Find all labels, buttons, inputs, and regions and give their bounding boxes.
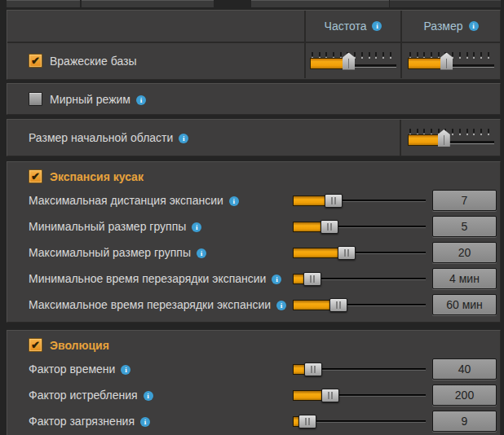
setting-slider[interactable] — [293, 193, 426, 208]
peaceful-mode-label: Мирный режимi — [50, 93, 146, 106]
check-icon: ✔ — [29, 55, 42, 67]
setting-slider[interactable] — [293, 388, 426, 402]
table-header-row: Частота i Размер i — [7, 11, 500, 43]
setting-row-max-cooldown: Максимальное время перезарядки экспансии… — [7, 292, 500, 318]
size-column-label: Размер — [423, 20, 462, 33]
value-field[interactable]: 60 мин — [432, 294, 497, 315]
setting-label: Фактор истребленияi — [29, 389, 293, 402]
setting-slider[interactable] — [293, 271, 426, 286]
setting-slider[interactable] — [293, 297, 426, 312]
enemy-size-slider[interactable] — [408, 51, 494, 71]
evolution-section-title: Эволюция — [50, 339, 109, 352]
starting-area-slider-cell — [400, 120, 500, 156]
check-icon: ✔ — [29, 339, 42, 351]
setting-label: Фактор загрязненияi — [29, 415, 293, 428]
setting-row-min-group-size: Минимальный размер группыi 5 — [7, 213, 500, 239]
slider-handle[interactable] — [325, 194, 343, 208]
info-icon[interactable]: i — [276, 301, 286, 310]
check-icon: ✔ — [29, 170, 42, 182]
setting-row-time-factor: Фактор времениi 40 — [7, 356, 500, 382]
expansion-section-header: ✔ Экспансия кусак — [7, 162, 500, 187]
size-column-header: Размер i — [400, 11, 500, 42]
value-field[interactable]: 5 — [432, 216, 497, 237]
setting-row-max-group-size: Максимальный размер группыi 20 — [7, 239, 500, 266]
slider-handle[interactable] — [304, 362, 322, 376]
info-icon[interactable]: i — [179, 134, 188, 143]
slider-handle[interactable] — [321, 389, 339, 402]
peaceful-mode-checkbox[interactable]: ✔ — [29, 92, 42, 106]
value-field[interactable]: 200 — [432, 384, 497, 406]
slider-handle[interactable] — [329, 298, 347, 312]
enemy-bases-row: ✔ Вражеские базы — [7, 43, 500, 78]
setting-label: Максимальное время перезарядки экспансии… — [29, 298, 293, 311]
setting-row-max-expansion-distance: Максимальная дистанция экспансииi 7 — [7, 187, 500, 213]
setting-row-pollution-factor: Фактор загрязненияi 9 — [7, 408, 500, 434]
starting-area-panel: Размер начальной областиi — [7, 119, 501, 156]
frequency-column-label: Частота — [325, 20, 367, 33]
setting-slider[interactable] — [293, 245, 426, 260]
tab-strip — [0, 0, 504, 8]
info-icon[interactable]: i — [197, 248, 206, 258]
slider-handle[interactable] — [303, 272, 321, 286]
info-icon[interactable]: i — [136, 95, 146, 105]
info-icon[interactable]: i — [140, 417, 150, 427]
enemy-bases-cell: ✔ Вражеские базы — [7, 43, 304, 78]
tab-stub[interactable] — [390, 0, 501, 7]
enemy-bases-checkbox[interactable]: ✔ — [29, 54, 42, 68]
setting-label: Максимальный размер группыi — [29, 246, 293, 259]
starting-area-label: Размер начальной областиi — [29, 131, 188, 144]
setting-label: Максимальная дистанция экспансииi — [29, 194, 293, 207]
enemy-frequency-cell — [304, 43, 400, 78]
empty-header-cell — [7, 11, 304, 42]
info-icon[interactable]: i — [144, 391, 153, 401]
setting-row-destroy-factor: Фактор истребленияi 200 — [7, 382, 500, 408]
peaceful-mode-panel: ✔ Мирный режимi — [7, 83, 501, 115]
slider-ticks — [409, 129, 493, 133]
value-field[interactable]: 20 — [432, 242, 497, 263]
evolution-checkbox[interactable]: ✔ — [29, 338, 42, 352]
tab-stub[interactable] — [251, 0, 389, 7]
info-icon[interactable]: i — [229, 196, 239, 206]
value-field[interactable]: 7 — [432, 190, 497, 211]
value-field[interactable]: 4 мин — [432, 268, 497, 289]
value-field[interactable]: 9 — [432, 411, 497, 432]
setting-slider[interactable] — [293, 219, 426, 234]
info-icon[interactable]: i — [469, 21, 479, 31]
enemy-size-cell — [400, 43, 500, 78]
slider-ticks — [409, 52, 493, 56]
starting-area-slider[interactable] — [408, 128, 494, 147]
setting-label: Минимальный размер группыi — [29, 220, 293, 233]
setting-label: Минимальное время перезарядки экспансииi — [29, 272, 293, 285]
map-settings-panel: Частота i Размер i ✔ Вражеские базы — [7, 10, 501, 435]
slider-handle[interactable] — [298, 415, 316, 428]
info-icon[interactable]: i — [121, 365, 130, 375]
expansion-section: ✔ Экспансия кусак Максимальная дистанция… — [7, 161, 501, 323]
slider-handle[interactable] — [338, 246, 356, 260]
slider-ticks — [312, 52, 395, 56]
setting-slider[interactable] — [293, 362, 426, 376]
slider-handle[interactable] — [321, 220, 338, 234]
setting-row-min-cooldown: Минимальное время перезарядки экспансииi… — [7, 266, 500, 292]
expansion-checkbox[interactable]: ✔ — [29, 169, 42, 183]
setting-slider[interactable] — [293, 414, 426, 428]
evolution-section: ✔ Эволюция Фактор времениi 40 Фактор ист… — [7, 330, 501, 435]
tab-stub[interactable] — [82, 0, 214, 7]
enemy-bases-label: Вражеские базы — [50, 55, 137, 68]
value-field[interactable]: 40 — [432, 358, 497, 380]
frequency-column-header: Частота i — [304, 11, 400, 42]
info-icon[interactable]: i — [372, 21, 382, 31]
info-icon[interactable]: i — [272, 275, 281, 284]
info-icon[interactable]: i — [192, 222, 201, 232]
tab-stub[interactable] — [7, 0, 80, 7]
evolution-section-header: ✔ Эволюция — [7, 331, 500, 356]
setting-label: Фактор времениi — [29, 362, 293, 376]
enemy-frequency-slider[interactable] — [310, 51, 396, 71]
starting-area-label-cell: Размер начальной областиi — [7, 120, 400, 156]
enemy-bases-table: Частота i Размер i ✔ Вражеские базы — [7, 10, 501, 80]
expansion-section-title: Экспансия кусак — [50, 170, 144, 183]
